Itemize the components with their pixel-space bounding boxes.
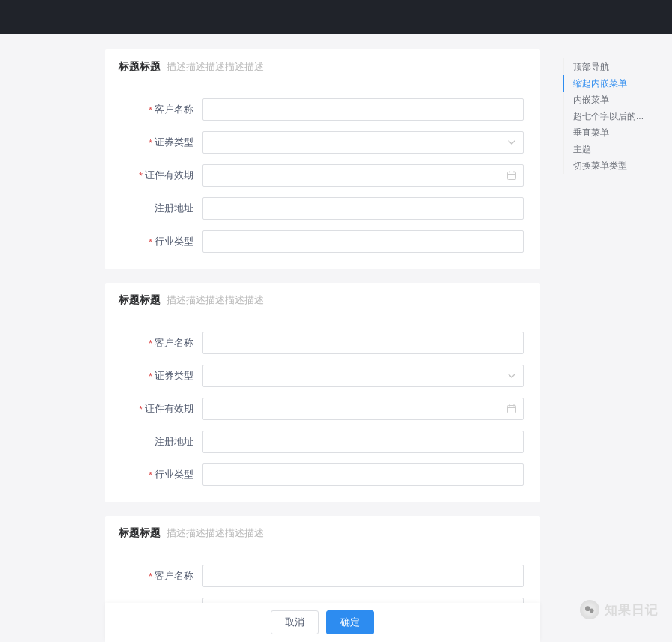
form-label: *证件有效期 bbox=[122, 402, 202, 416]
required-star-icon: * bbox=[148, 370, 152, 382]
form-row: 注册地址 bbox=[122, 430, 524, 453]
required-star-icon: * bbox=[139, 404, 142, 415]
form-label: 注册地址 bbox=[122, 435, 202, 448]
card-description: 描述描述描述描述描述 bbox=[166, 60, 264, 74]
card-body: *客户名称*证券类型*证件有效期注册地址*行业类型 bbox=[105, 318, 540, 502]
svg-rect-0 bbox=[508, 172, 516, 180]
anchor-item[interactable]: 顶部导航 bbox=[562, 58, 649, 75]
form-label: 注册地址 bbox=[122, 202, 202, 215]
anchor-item[interactable]: 超七个字以后的... bbox=[562, 108, 649, 124]
required-star-icon: * bbox=[148, 571, 152, 582]
required-star-icon: * bbox=[148, 104, 152, 116]
svg-rect-4 bbox=[508, 406, 516, 413]
form-label-text: 注册地址 bbox=[154, 435, 194, 448]
form-card: 标题标题描述描述描述描述描述*客户名称*证券类型*证件有效期注册地址*行业类型 bbox=[105, 283, 540, 502]
required-star-icon: * bbox=[148, 470, 152, 481]
svg-point-12 bbox=[585, 606, 590, 611]
date-input[interactable] bbox=[202, 164, 524, 187]
form-label-text: 证券类型 bbox=[154, 369, 194, 382]
top-bar bbox=[0, 0, 672, 34]
cancel-button[interactable]: 取消 bbox=[271, 610, 319, 634]
main-area: 标题标题描述描述描述描述描述*客户名称*证券类型*证件有效期注册地址*行业类型标… bbox=[0, 34, 672, 642]
calendar-icon bbox=[506, 170, 517, 181]
text-input[interactable] bbox=[202, 332, 524, 354]
card-body: *客户名称*证券类型*证件有效期注册地址*行业类型 bbox=[105, 85, 540, 269]
watermark: 知果日记 bbox=[580, 600, 658, 620]
card-description: 描述描述描述描述描述 bbox=[166, 293, 264, 307]
anchor-item[interactable]: 缩起内嵌菜单 bbox=[562, 75, 649, 92]
card-title: 标题标题 bbox=[118, 60, 160, 74]
form-row: *证件有效期 bbox=[122, 164, 524, 187]
anchor-item[interactable]: 垂直菜单 bbox=[562, 124, 649, 141]
date-input[interactable] bbox=[202, 398, 524, 420]
required-star-icon: * bbox=[148, 338, 152, 349]
form-label-text: 行业类型 bbox=[154, 468, 194, 482]
text-input[interactable] bbox=[202, 197, 524, 220]
form-label-text: 证件有效期 bbox=[145, 169, 194, 182]
form-row: *证券类型 bbox=[122, 364, 524, 387]
select-input[interactable] bbox=[202, 131, 524, 154]
required-star-icon: * bbox=[148, 137, 152, 148]
chevron-down-icon bbox=[508, 139, 515, 146]
text-input[interactable] bbox=[202, 565, 524, 587]
anchor-item[interactable]: 切换菜单类型 bbox=[562, 158, 649, 174]
form-label: *客户名称 bbox=[122, 103, 202, 116]
form-label-text: 客户名称 bbox=[154, 336, 194, 350]
required-star-icon: * bbox=[148, 236, 152, 248]
card-title: 标题标题 bbox=[118, 293, 160, 307]
text-input[interactable] bbox=[202, 430, 524, 453]
card-description: 描述描述描述描述描述 bbox=[166, 526, 264, 540]
anchor-nav: 顶部导航缩起内嵌菜单内嵌菜单超七个字以后的...垂直菜单主题切换菜单类型 bbox=[562, 50, 649, 642]
form-row: *证券类型 bbox=[122, 131, 524, 154]
form-label: *证件有效期 bbox=[122, 169, 202, 182]
form-label: *证券类型 bbox=[122, 136, 202, 149]
content-column: 标题标题描述描述描述描述描述*客户名称*证券类型*证件有效期注册地址*行业类型标… bbox=[105, 50, 540, 642]
form-label: *客户名称 bbox=[122, 569, 202, 583]
form-row: *客户名称 bbox=[122, 565, 524, 587]
form-label: *客户名称 bbox=[122, 336, 202, 350]
footer-bar: 取消 确定 bbox=[105, 603, 540, 642]
text-input[interactable] bbox=[202, 230, 524, 253]
text-input[interactable] bbox=[202, 464, 524, 486]
select-input[interactable] bbox=[202, 364, 524, 387]
wechat-icon bbox=[580, 600, 599, 620]
chevron-down-icon bbox=[508, 372, 515, 380]
form-label-text: 客户名称 bbox=[154, 103, 194, 116]
required-star-icon: * bbox=[139, 170, 142, 182]
form-label-text: 证券类型 bbox=[154, 136, 194, 149]
form-row: *客户名称 bbox=[122, 332, 524, 354]
form-label-text: 证件有效期 bbox=[145, 402, 194, 416]
calendar-icon bbox=[506, 404, 517, 414]
form-row: *证件有效期 bbox=[122, 398, 524, 420]
form-row: *客户名称 bbox=[122, 98, 524, 121]
form-label: *行业类型 bbox=[122, 468, 202, 482]
anchor-item[interactable]: 内嵌菜单 bbox=[562, 92, 649, 108]
watermark-text: 知果日记 bbox=[604, 602, 658, 619]
form-label: *行业类型 bbox=[122, 235, 202, 248]
form-row: 注册地址 bbox=[122, 197, 524, 220]
form-row: *行业类型 bbox=[122, 230, 524, 253]
card-header: 标题标题描述描述描述描述描述 bbox=[105, 50, 540, 85]
confirm-button[interactable]: 确定 bbox=[326, 610, 374, 634]
card-title: 标题标题 bbox=[118, 526, 160, 540]
form-label-text: 行业类型 bbox=[154, 235, 194, 248]
card-header: 标题标题描述描述描述描述描述 bbox=[105, 516, 540, 551]
form-label-text: 注册地址 bbox=[154, 202, 194, 215]
svg-point-13 bbox=[590, 609, 594, 614]
card-header: 标题标题描述描述描述描述描述 bbox=[105, 283, 540, 318]
text-input[interactable] bbox=[202, 98, 524, 121]
form-row: *行业类型 bbox=[122, 464, 524, 486]
anchor-item[interactable]: 主题 bbox=[562, 141, 649, 158]
form-label: *证券类型 bbox=[122, 369, 202, 382]
form-card: 标题标题描述描述描述描述描述*客户名称*证券类型*证件有效期注册地址*行业类型 bbox=[105, 50, 540, 269]
form-label-text: 客户名称 bbox=[154, 569, 194, 583]
